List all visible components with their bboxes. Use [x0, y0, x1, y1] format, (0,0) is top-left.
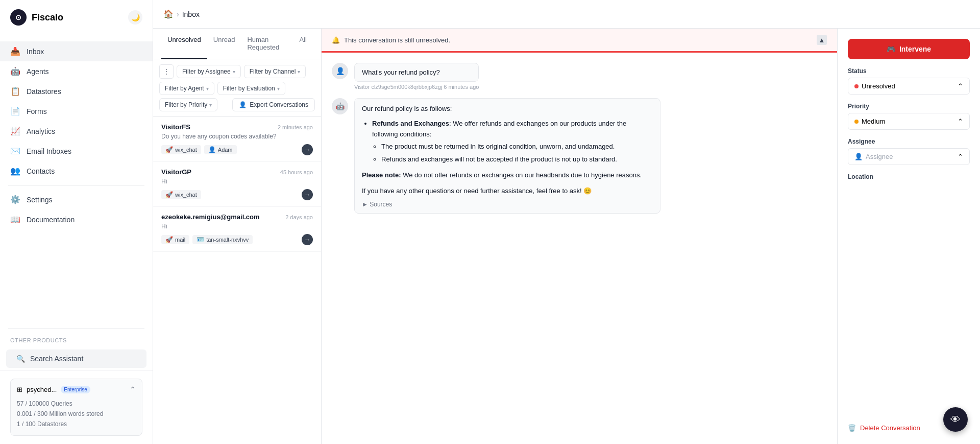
- priority-select[interactable]: Medium ⌃: [848, 113, 970, 130]
- conv-preview: Hi: [161, 223, 313, 230]
- filter-options-button[interactable]: ⋮: [159, 64, 174, 79]
- chevron-icon: ⌃: [958, 153, 963, 160]
- conv-item-header: ezeokeke.remigius@gmail.com 2 days ago: [161, 213, 313, 221]
- intervene-icon: 🎮: [887, 45, 895, 53]
- tab-unresolved[interactable]: Unresolved: [161, 29, 207, 59]
- filter-channel[interactable]: Filter by Channel ▾: [244, 65, 306, 78]
- sidebar-item-agents[interactable]: 🤖 Agents: [0, 61, 153, 81]
- status-select[interactable]: Unresolved ⌃: [848, 78, 970, 95]
- enterprise-badge: Enterprise: [61, 386, 90, 393]
- id-icon: 🪪: [197, 236, 204, 243]
- chevron-icon: ⌃: [958, 82, 963, 90]
- tabs-bar: Unresolved Unread Human Requested All: [153, 29, 321, 59]
- medium-dot: [854, 120, 859, 124]
- conversation-item[interactable]: VisitorGP 45 hours ago Hi 🚀 wix_chat →: [153, 162, 321, 207]
- search-assistant-button[interactable]: 🔍 Search Assistant: [6, 349, 146, 368]
- filters-bar: ⋮ Filter by Assignee ▾ Filter by Channel…: [153, 59, 321, 117]
- sidebar-item-contacts[interactable]: 👥 Contacts: [0, 161, 153, 181]
- conv-tag-mail: 🚀 mail: [161, 235, 189, 244]
- conv-item-header: VisitorFS 2 minutes ago: [161, 123, 313, 131]
- conv-arrow: →: [302, 189, 313, 200]
- workspace-stats: 57 / 100000 Queries 0.001 / 300 Million …: [17, 399, 136, 429]
- filter-priority[interactable]: Filter by Priority ▾: [159, 98, 217, 111]
- conversation-item[interactable]: ezeokeke.remigius@gmail.com 2 days ago H…: [153, 207, 321, 252]
- sidebar-item-datastores[interactable]: 📋 Datastores: [0, 81, 153, 101]
- trash-icon: 🗑️: [848, 424, 856, 432]
- wix-icon: 🚀: [165, 191, 173, 198]
- export-conversations-button[interactable]: 👤 Export Conversations: [232, 98, 315, 111]
- mail-icon: 🚀: [165, 236, 173, 243]
- chevron-down-icon: ▾: [209, 102, 212, 108]
- assignee-select[interactable]: 👤 Assignee ⌃: [848, 148, 970, 165]
- conv-name: VisitorFS: [161, 123, 190, 131]
- sources-toggle[interactable]: ► Sources: [362, 201, 653, 208]
- chat-view: 🔔 This conversation is still unresolved.…: [322, 29, 837, 444]
- sidebar-item-settings[interactable]: ⚙️ Settings: [0, 190, 153, 209]
- sidebar-item-forms[interactable]: 📄 Forms: [0, 101, 153, 121]
- conversation-panel: Unresolved Unread Human Requested All ⋮ …: [153, 29, 322, 444]
- chevron-down-icon: ▾: [298, 69, 300, 75]
- tab-unread[interactable]: Unread: [207, 29, 241, 59]
- datastores-stat: 1 / 100 Datastores: [17, 419, 136, 429]
- home-icon[interactable]: 🏠: [163, 9, 174, 19]
- conv-item-header: VisitorGP 45 hours ago: [161, 168, 313, 176]
- datastores-icon: 📋: [10, 86, 20, 96]
- conv-preview: Hi: [161, 178, 313, 185]
- conv-arrow: →: [302, 234, 313, 245]
- visitor-meta: Visitor clz9sge5m000k8qrbbxjp6zgj 6 minu…: [354, 84, 479, 90]
- topbar: 🏠 › Inbox: [153, 0, 980, 29]
- filter-assignee[interactable]: Filter by Assignee ▾: [177, 65, 241, 78]
- docs-icon: 📖: [10, 215, 20, 224]
- tab-human-requested[interactable]: Human Requested: [241, 29, 293, 59]
- filter-agent[interactable]: Filter by Agent ▾: [159, 82, 214, 95]
- workspace-expand-icon[interactable]: ⌃: [130, 385, 136, 393]
- tag-label: tan-smalt-nxvhvv: [206, 237, 249, 243]
- agent-body: Our refund policy is as follows: Refunds…: [362, 104, 653, 197]
- intervene-button[interactable]: 🎮 Intervene: [848, 39, 970, 59]
- assignee-label: Assignee: [848, 138, 970, 145]
- filter-evaluation[interactable]: Filter by Evaluation ▾: [217, 82, 285, 95]
- export-label: Export Conversations: [250, 101, 308, 108]
- sidebar-item-email-inboxes[interactable]: ✉️ Email Inboxes: [0, 141, 153, 161]
- priority-field: Priority Medium ⌃: [848, 103, 970, 130]
- tag-label: wix_chat: [175, 147, 197, 153]
- workspace-name-text: psyched...: [27, 386, 57, 393]
- workspace-card: ⊞ psyched... Enterprise ⌃ 57 / 100000 Qu…: [10, 379, 142, 436]
- workspace-section: ⊞ psyched... Enterprise ⌃ 57 / 100000 Qu…: [0, 370, 153, 444]
- sidebar-item-documentation[interactable]: 📖 Documentation: [0, 209, 153, 229]
- sidebar-nav: 📥 Inbox 🤖 Agents 📋 Datastores 📄 Forms 📈 …: [0, 35, 153, 324]
- sidebar-item-inbox[interactable]: 📥 Inbox: [0, 41, 153, 61]
- sidebar-item-label: Forms: [27, 107, 47, 115]
- tab-all[interactable]: All: [293, 29, 313, 59]
- note-text: We do not offer refunds or exchanges on …: [403, 171, 642, 179]
- workspace-name: ⊞ psyched... Enterprise: [17, 386, 90, 393]
- conversation-item[interactable]: VisitorFS 2 minutes ago Do you have any …: [153, 117, 321, 162]
- section-title: Refunds and Exchanges: [372, 120, 449, 127]
- status-field: Status Unresolved ⌃: [848, 67, 970, 95]
- agent-message: Our refund policy is as follows: Refunds…: [354, 98, 660, 214]
- agents-icon: 🤖: [10, 66, 20, 76]
- location-field: Location: [848, 173, 970, 180]
- person-icon: 👤: [208, 146, 216, 153]
- agent-avatar: 🤖: [332, 98, 348, 114]
- sidebar-item-label: Datastores: [27, 87, 61, 96]
- chevron-down-icon: ▾: [206, 86, 209, 91]
- sidebar-item-analytics[interactable]: 📈 Analytics: [0, 121, 153, 141]
- conv-name: VisitorGP: [161, 168, 191, 176]
- visitor-avatar: 👤: [332, 63, 348, 79]
- conv-tag-id: 🪪 tan-smalt-nxvhvv: [192, 235, 253, 244]
- unresolved-banner: 🔔 This conversation is still unresolved.…: [322, 29, 837, 53]
- email-icon: ✉️: [10, 146, 20, 156]
- floating-action-button[interactable]: 👁: [943, 407, 968, 432]
- banner-collapse-icon[interactable]: ▲: [817, 35, 827, 45]
- message-row: 👤 What's your refund policy? Visitor clz…: [332, 63, 827, 90]
- app-logo: ⊙ Fiscalo: [10, 9, 63, 26]
- sidebar-item-label: Agents: [27, 67, 49, 76]
- conv-time: 2 minutes ago: [278, 124, 313, 130]
- sidebar-item-label: Inbox: [27, 48, 44, 56]
- policy-sub-item: The product must be returned in its orig…: [381, 142, 653, 152]
- theme-toggle-button[interactable]: 🌙: [128, 10, 142, 25]
- workspace-header: ⊞ psyched... Enterprise ⌃: [17, 385, 136, 393]
- chevron-icon: ⌃: [958, 118, 963, 125]
- status-select-inner: Unresolved: [854, 82, 895, 90]
